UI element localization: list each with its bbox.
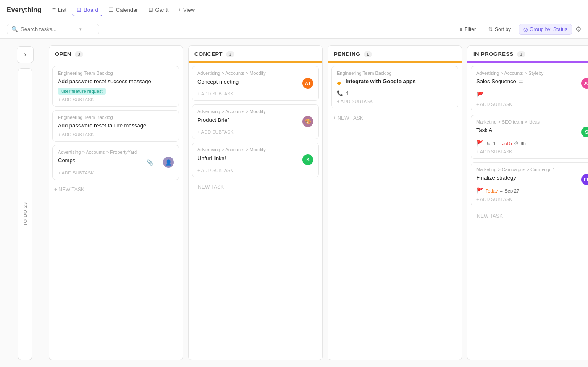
tab-gantt[interactable]: ⊟ Gantt xyxy=(144,4,173,16)
add-subtask-button[interactable]: + ADD SUBTASK xyxy=(337,99,453,104)
task-title: Concept meeting xyxy=(197,78,239,86)
add-subtask-button[interactable]: + ADD SUBTASK xyxy=(476,102,588,107)
avatar: AT xyxy=(302,78,313,89)
add-subtask-button[interactable]: + ADD SUBTASK xyxy=(58,97,174,102)
task-title: Integrate with Google apps xyxy=(346,78,453,85)
column-count-open: 3 xyxy=(75,51,83,57)
task-title: Product Brief xyxy=(197,116,229,124)
breadcrumb: Advertising > Accounts > Moodify xyxy=(197,71,313,76)
phone-icon: 📞 xyxy=(337,90,343,96)
column-title-open: OPEN xyxy=(55,51,71,57)
board-icon: ⊞ xyxy=(76,6,81,13)
add-subtask-button[interactable]: + ADD SUBTASK xyxy=(197,91,313,96)
collapse-button[interactable]: › xyxy=(17,46,34,63)
task-card[interactable]: Advertising > Accounts > Moodify Concept… xyxy=(192,66,319,101)
list-icon: ≡ xyxy=(52,6,56,13)
menu-icon[interactable]: ☰ xyxy=(519,80,523,86)
column-header-open: OPEN 3 xyxy=(49,46,183,63)
card-row: Concept meeting AT xyxy=(197,78,313,89)
task-title: Comps xyxy=(58,157,75,164)
tab-list[interactable]: ≡ List xyxy=(48,4,71,16)
task-card[interactable]: Engineering Team Backlog ◆ Integrate wit… xyxy=(331,66,458,108)
task-tag: user feature request xyxy=(58,88,106,95)
tab-gantt-label: Gantt xyxy=(155,7,169,13)
column-body-concept: Advertising > Accounts > Moodify Concept… xyxy=(189,63,322,360)
search-icon: 🔍 xyxy=(11,26,18,32)
search-input[interactable] xyxy=(21,26,75,32)
subtask-info: 📞 4 xyxy=(337,90,453,96)
column-pending: PENDING 1 Engineering Team Backlog ◆ Int… xyxy=(328,45,462,360)
avatar: FL xyxy=(581,174,588,185)
tab-calendar-label: Calendar xyxy=(116,7,138,13)
sidebar-text: TO DO 23 xyxy=(23,202,28,227)
card-header: Sales Sequence ☰ JO xyxy=(476,78,588,89)
new-task-button[interactable]: + NEW TASK xyxy=(471,210,588,222)
sort-button[interactable]: ⇅ Sort by xyxy=(484,24,515,35)
add-subtask-button[interactable]: + ADD SUBTASK xyxy=(58,170,174,175)
breadcrumb: Engineering Team Backlog xyxy=(58,71,174,76)
new-task-button[interactable]: + NEW TASK xyxy=(52,183,179,196)
sidebar-label[interactable]: TO DO 23 xyxy=(18,68,32,360)
task-title: Sales Sequence xyxy=(476,78,516,85)
board: › TO DO 23 OPEN 3 Engineering Team Backl… xyxy=(0,39,588,367)
column-concept: CONCEPT 3 Advertising > Accounts > Moodi… xyxy=(188,45,323,360)
add-subtask-button[interactable]: + ADD SUBTASK xyxy=(476,197,588,202)
add-subtask-button[interactable]: + ADD SUBTASK xyxy=(58,132,174,137)
column-header-inprogress: IN PROGRESS 3 xyxy=(467,46,588,63)
settings-icon[interactable]: ⚙ xyxy=(575,25,581,33)
filter-label: Filter xyxy=(465,26,476,32)
task-card[interactable]: Advertising > Accounts > Moodify Unfurl … xyxy=(192,143,319,177)
new-task-button[interactable]: + NEW TASK xyxy=(192,181,319,193)
search-wrap[interactable]: 🔍 ▾ xyxy=(7,24,99,34)
task-card[interactable]: Advertising > Accounts > Styleby Sales S… xyxy=(471,66,588,111)
card-header: Finalize strategy FL xyxy=(476,174,588,185)
breadcrumb: Marketing > SEO team > Ideas xyxy=(476,119,588,124)
card-row: Unfurl links! S xyxy=(197,154,313,165)
tab-board[interactable]: ⊞ Board xyxy=(72,4,102,16)
priority-icon: ◆ xyxy=(337,79,341,86)
column-title-pending: PENDING xyxy=(334,51,360,57)
avatar: JO xyxy=(581,78,588,89)
column-header-pending: PENDING 1 xyxy=(328,46,462,63)
avatar: 👤 xyxy=(163,157,174,168)
new-task-button[interactable]: + NEW TASK xyxy=(331,112,458,124)
task-title: Add password reset failure message xyxy=(58,122,174,129)
date-row: 🚩 Today – Sep 27 xyxy=(476,187,588,194)
breadcrumb: Advertising > Accounts > Styleby xyxy=(476,71,588,76)
gantt-icon: ⊟ xyxy=(148,6,153,13)
add-view-icon: + xyxy=(178,7,181,13)
card-header: Task A S xyxy=(476,127,588,137)
filter-button[interactable]: ≡ Filter xyxy=(455,24,480,35)
tab-calendar[interactable]: ☐ Calendar xyxy=(104,4,142,16)
add-subtask-button[interactable]: + ADD SUBTASK xyxy=(476,149,588,154)
task-card[interactable]: Marketing > SEO team > Ideas Task A S 🚩 … xyxy=(471,115,588,159)
column-header-concept: CONCEPT 3 xyxy=(189,46,322,63)
add-subtask-button[interactable]: + ADD SUBTASK xyxy=(197,168,313,173)
card-row: Product Brief 🎨 xyxy=(197,116,313,127)
dash-icon[interactable]: — xyxy=(155,159,160,166)
task-card[interactable]: Engineering Team Backlog Add password re… xyxy=(52,66,179,107)
card-header: Comps 📎 — 👤 xyxy=(58,157,174,168)
task-card[interactable]: Marketing > Campaigns > Campaign 1 Final… xyxy=(471,162,588,206)
flag-icon: 🚩 xyxy=(476,140,483,147)
add-subtask-button[interactable]: + ADD SUBTASK xyxy=(197,129,313,135)
task-card[interactable]: Engineering Team Backlog Add password re… xyxy=(52,110,179,142)
date-row: 🚩 Jul 4 – Jul 5 ⏱ 8h xyxy=(476,140,588,147)
chevron-down-icon[interactable]: ▾ xyxy=(79,26,82,32)
date-end: Sep 27 xyxy=(504,188,519,193)
attachment-icon[interactable]: 📎 xyxy=(147,159,153,166)
column-count-concept: 3 xyxy=(226,51,234,57)
column-title-concept: CONCEPT xyxy=(194,51,223,57)
task-card[interactable]: Advertising > Accounts > PropertyYard Co… xyxy=(52,145,179,180)
tab-add-view[interactable]: + View xyxy=(174,4,198,16)
task-card[interactable]: Advertising > Accounts > Moodify Product… xyxy=(192,104,319,139)
tab-list-label: List xyxy=(58,7,66,13)
breadcrumb: Advertising > Accounts > PropertyYard xyxy=(58,150,174,155)
group-by-button[interactable]: ◎ Group by: Status xyxy=(519,24,572,35)
flag-icon: 🚩 xyxy=(476,187,483,194)
date-end: Jul 5 xyxy=(502,141,512,146)
breadcrumb: Advertising > Accounts > Moodify xyxy=(197,147,313,152)
subtask-count: 4 xyxy=(346,90,349,96)
column-inprogress: IN PROGRESS 3 Advertising > Accounts > S… xyxy=(467,45,588,360)
column-body-open: Engineering Team Backlog Add password re… xyxy=(49,63,183,360)
